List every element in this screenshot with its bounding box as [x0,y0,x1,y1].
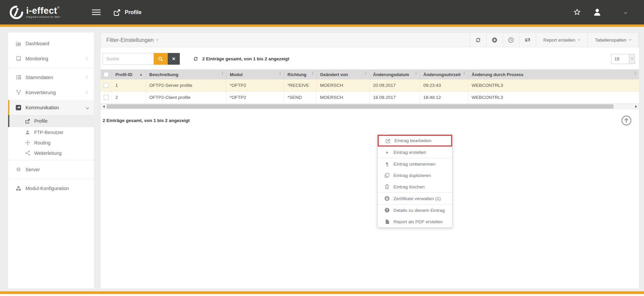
sidebar-item-server[interactable]: ⚙ Server [8,162,94,177]
menu-item-details-zu-diesem-eintrag[interactable]: Details zu diesem Eintrag [378,204,452,216]
search-row: ✕ 2 Einträge gesamt, von 1 bis 2 angezei… [103,53,635,65]
tabellenspalten-button[interactable]: Tabellenspalten [587,33,639,47]
cell-geaendert-von: MOERSCH [317,92,370,103]
result-info: 2 Einträge gesamt, von 1 bis 2 angezeigt [193,56,289,61]
scroll-to-top-button[interactable] [621,115,632,126]
menu-item-eintrag-umbenennen[interactable]: ¶ Eintrag umbenennen [378,158,452,170]
column-header-aenderungsdatum[interactable]: Änderungsdatum▲▼ [370,69,420,79]
logo-name: i-effect [26,6,57,16]
refresh-icon[interactable] [193,56,198,61]
cell-richtung: *RECEIVE [284,79,317,91]
column-header-modul[interactable]: Modul▲▼ [226,69,284,79]
accent-bar-bottom [0,291,644,294]
menu-item-eintrag-loeschen[interactable]: Eintrag löschen [378,181,452,192]
menu-item-eintrag-erstellen[interactable]: + Eintrag erstellen [378,146,452,158]
cell-aenderungsuhrzeit: 16:48:12 [420,92,468,103]
file-icon [384,219,390,224]
external-link-icon [113,9,121,16]
sort-icon: ▲▼ [312,72,316,77]
column-header-geaendert-von[interactable]: Geändert von▲▼ [317,69,370,79]
cell-profil-id: 2 [112,92,146,103]
sidebar-item-konvertierung[interactable]: Konvertierung [8,85,94,100]
column-header-aenderungsuhrzeit[interactable]: Änderungsuhrzeit▲▼ [420,69,468,79]
close-icon: ✕ [172,56,176,61]
fork-icon [15,90,22,95]
search-button[interactable] [154,53,168,65]
chevron-down-icon [624,11,627,13]
gears-icon: ⚙ [15,167,22,172]
sidebar-item-profile[interactable]: Profile [8,115,94,127]
column-header-aenderung-durch-prozess[interactable]: Änderung durch Prozess▲▼ [468,69,639,79]
cell-aenderungsuhrzeit: 09:23:43 [420,79,468,91]
menu-item-eintrag-duplizieren[interactable]: Eintrag duplizieren [378,170,452,181]
cell-profil-id: 1 [112,79,146,91]
filter-settings-dropdown[interactable]: Filter-Einstellungen [101,33,158,47]
arrow-left-icon [103,105,105,108]
add-entry-button[interactable] [486,33,503,47]
scrollbar-thumb[interactable] [107,104,613,109]
cell-beschreibung: OFTP2-Server profile [146,79,226,91]
sidebar-divider [8,68,94,68]
column-header-profil-id[interactable]: Profil-ID▲ [112,69,146,79]
plus-icon: + [384,150,390,155]
sort-icon: ▲▼ [365,72,369,77]
user-icon [24,130,31,135]
favorite-star-button[interactable] [567,9,587,16]
chevron-down-icon [156,38,159,41]
trash-icon [384,184,390,189]
row-checkbox[interactable] [104,95,109,100]
user-account-button[interactable] [587,8,607,16]
search-input[interactable] [103,53,154,65]
scroll-left-button[interactable] [101,104,106,109]
chevron-left-icon [86,57,89,60]
sidebar-item-weiterleitung[interactable]: Weiterleitung [8,148,94,158]
column-header-beschreibung[interactable]: Beschreibung▲▼ [146,69,226,79]
sort-icon: ▲▼ [279,72,284,77]
history-button[interactable] [503,33,519,47]
auto-refresh-button[interactable] [519,33,536,47]
menu-item-report-als-pdf-erstellen[interactable]: Report als PDF erstellen [378,216,452,227]
scroll-right-button[interactable] [633,104,639,109]
logo-tagline: integrated solutions for IBM i [26,16,61,18]
menu-toggle-button[interactable] [92,8,101,16]
main-panel: Filter-Einstellungen Report erstellen [101,33,639,289]
sidebar-item-kommunikation[interactable]: Kommunikation [8,100,94,115]
report-erstellen-button[interactable]: Report erstellen [536,33,587,47]
move-icon [24,140,31,145]
chevron-left-icon [86,91,89,94]
column-header-richtung[interactable]: Richtung▲▼ [284,69,317,79]
context-menu: Eintrag bearbeiten + Eintrag erstellen ¶… [377,134,452,228]
horizontal-scrollbar[interactable] [101,104,639,109]
header-dropdown-button[interactable] [607,9,644,15]
table-row[interactable]: 1 OFTP2-Server profile *OFTP2 *RECEIVE M… [101,79,639,92]
page-size-select[interactable]: 15 [611,54,635,64]
table-row[interactable]: 2 OFTP2-Client profile *OFTP2 *SEND MOER… [101,92,639,104]
share-icon [24,151,31,156]
menu-item-eintrag-bearbeiten[interactable]: Eintrag bearbeiten [378,135,452,146]
list-icon [15,74,22,80]
refresh-button[interactable] [470,33,486,47]
arrow-up-circle-icon [621,115,632,126]
menu-item-zertifikate-verwalten[interactable]: Zertifikate verwalten (1) [378,193,452,204]
logo-registered-mark: ® [57,6,60,9]
plus-circle-icon [492,37,497,43]
sidebar-item-dashboard[interactable]: Dashboard [8,36,94,51]
sidebar-item-ftp-benutzer[interactable]: FTP-Benutzer [8,127,94,137]
cell-beschreibung: OFTP2-Client profile [146,92,226,103]
sidebar-item-routing[interactable]: Routing [8,137,94,148]
sort-asc-icon: ▲ [140,73,146,76]
sidebar-item-monitoring[interactable]: Monitoring [8,51,94,66]
select-all-checkbox[interactable] [104,72,109,77]
chevron-down-icon [578,38,580,41]
sidebar: Dashboard Monitoring Stammdaten Konverti… [8,33,94,289]
sidebar-item-stammdaten[interactable]: Stammdaten [8,70,94,85]
app-logo[interactable]: i-effect® integrated solutions for IBM i [9,5,76,19]
cell-aenderungsdatum: 20.09.2017 [370,79,420,91]
cell-richtung: *SEND [284,92,317,103]
sort-icon: ▲▼ [221,72,226,77]
info-circle-icon [384,208,390,213]
pilcrow-icon: ¶ [384,162,390,167]
sidebar-item-modul-konfiguration[interactable]: Modul-Konfiguration [8,181,94,196]
clear-search-button[interactable]: ✕ [168,53,180,65]
row-checkbox[interactable] [104,83,109,88]
